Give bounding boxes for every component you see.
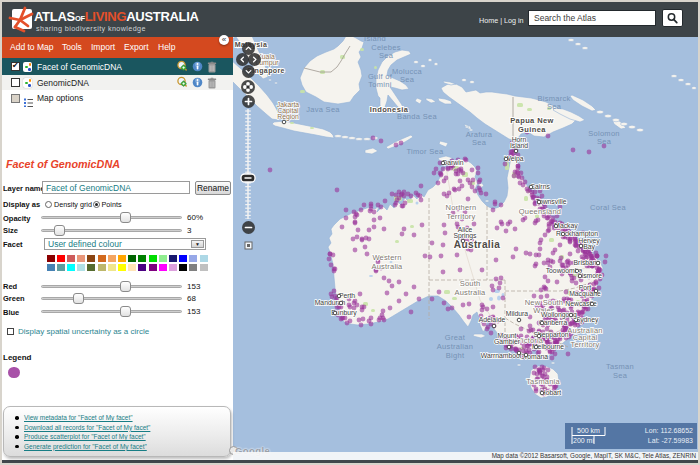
colour-swatch[interactable] [87, 264, 95, 272]
colour-swatch[interactable] [118, 255, 126, 263]
colour-swatch[interactable] [200, 264, 208, 272]
colour-swatch[interactable] [98, 255, 106, 263]
delete-layer-icon[interactable] [207, 77, 217, 89]
map-area[interactable]: IslandCelebesSeaMoluccaSeaGulf ofTominiJ… [233, 37, 698, 460]
rename-button[interactable]: Rename [195, 181, 231, 195]
size-slider-handle[interactable] [54, 225, 65, 236]
colour-swatch[interactable] [98, 264, 106, 272]
display-as-option-label[interactable]: Points [102, 200, 122, 209]
collapse-sidebar-icon[interactable]: « [219, 35, 229, 45]
colour-swatch[interactable] [138, 255, 146, 263]
sea-label: Tomini [368, 80, 392, 89]
colour-swatch[interactable] [47, 255, 55, 263]
menu-item-help[interactable]: Help [158, 37, 175, 58]
overview-toggle-button[interactable] [244, 236, 253, 254]
zoom-to-layer-icon[interactable] [176, 60, 188, 73]
uncertainty-checkbox[interactable] [7, 328, 14, 335]
city-marker [492, 324, 496, 328]
blue-value: 153 [187, 307, 200, 316]
red-slider-track[interactable] [41, 285, 182, 288]
green-slider-handle[interactable] [73, 293, 84, 304]
blue-slider-handle[interactable] [120, 306, 131, 317]
ala-logo[interactable] [12, 9, 32, 29]
display-as-radio-density-grid[interactable] [45, 201, 52, 208]
menu-item-export[interactable]: Export [124, 37, 149, 58]
city-marker [534, 345, 538, 349]
menu-item-add-to-map[interactable]: Add to Map [10, 37, 53, 58]
colour-swatch[interactable] [159, 255, 167, 263]
brand-wordmark[interactable]: ATLASOFLIVINGAUSTRALIA [34, 7, 199, 25]
colour-swatch[interactable] [149, 255, 157, 263]
small-island [485, 200, 489, 202]
sea-label: Java Sea [306, 105, 340, 114]
layer-info-icon[interactable] [192, 77, 203, 88]
layer-label: Map options [37, 93, 83, 103]
layer-name-input[interactable] [42, 181, 190, 194]
colour-swatch[interactable] [200, 255, 208, 263]
blue-slider-track[interactable] [41, 310, 182, 313]
colour-swatch[interactable] [87, 255, 95, 263]
delete-layer-icon[interactable] [207, 61, 217, 73]
city-marker [554, 224, 558, 228]
colour-swatch[interactable] [189, 255, 197, 263]
colour-swatch[interactable] [169, 264, 177, 272]
colour-swatch[interactable] [118, 264, 126, 272]
search-input[interactable] [528, 10, 656, 26]
layer-row-2[interactable]: Map options [2, 90, 233, 106]
park-area [527, 108, 532, 111]
menu-item-import[interactable]: Import [91, 37, 115, 58]
layer-link[interactable]: Produce scatterplot for "Facet of My fac… [24, 433, 146, 440]
map-canvas[interactable]: IslandCelebesSeaMoluccaSeaGulf ofTominiJ… [233, 37, 698, 460]
colour-swatch[interactable] [128, 255, 136, 263]
green-slider-track[interactable] [41, 297, 182, 300]
map-scale-coords-box: 500 km 200 mi Lon: 112.68652 Lat: -27.59… [565, 423, 697, 449]
layer-checkbox[interactable] [11, 62, 20, 71]
colour-swatch[interactable] [128, 264, 136, 272]
colour-swatch[interactable] [47, 264, 55, 272]
colour-swatch[interactable] [179, 255, 187, 263]
colour-swatch[interactable] [67, 264, 75, 272]
colour-swatch[interactable] [159, 264, 167, 272]
colour-swatch[interactable] [149, 264, 157, 272]
nav-home-login[interactable]: Home | Log in [479, 16, 524, 25]
colour-swatch[interactable] [108, 264, 116, 272]
layer-link[interactable]: Generate prediction for "Facet of My fac… [24, 443, 147, 450]
colour-swatch[interactable] [57, 264, 65, 272]
colour-swatch[interactable] [57, 255, 65, 263]
reset-view-button[interactable] [241, 80, 255, 94]
layer-checkbox[interactable] [11, 78, 20, 87]
colour-swatch[interactable] [189, 264, 197, 272]
facet-select[interactable]: User defined colour▼ [44, 238, 206, 250]
zoom-slider[interactable] [240, 109, 256, 223]
display-as-option-label[interactable]: Density grid [54, 200, 92, 209]
opacity-slider-track[interactable] [41, 216, 182, 219]
colour-swatch[interactable] [138, 264, 146, 272]
layer-info-icon[interactable] [192, 61, 203, 72]
menu-item-tools[interactable]: Tools [62, 37, 82, 58]
search-button[interactable] [662, 9, 683, 27]
city-marker [504, 157, 508, 161]
zoom-in-button[interactable] [242, 95, 255, 108]
pan-down-button[interactable] [242, 65, 255, 78]
layer-checkbox[interactable] [11, 94, 20, 103]
red-value: 153 [187, 282, 200, 291]
small-island [637, 128, 644, 132]
layer-link[interactable]: View metadata for "Facet of My facet" [24, 414, 133, 421]
opacity-slider-handle[interactable] [120, 212, 131, 223]
colour-swatch[interactable] [77, 264, 85, 272]
layer-row-0[interactable]: Facet of GenomicDNA [2, 58, 233, 75]
country-label: Papua New [510, 116, 554, 125]
colour-swatch[interactable] [67, 255, 75, 263]
layer-row-1[interactable]: GenomicDNA [2, 75, 233, 90]
red-slider-handle[interactable] [120, 281, 131, 292]
park-area [374, 66, 377, 69]
layer-link[interactable]: Download all records for "Facet of My fa… [24, 424, 150, 431]
colour-swatch[interactable] [179, 264, 187, 272]
colour-swatch[interactable] [108, 255, 116, 263]
city-label: Gambier [494, 338, 521, 345]
colour-swatch[interactable] [77, 255, 85, 263]
zoom-to-layer-icon[interactable] [176, 76, 188, 89]
facet-select-arrow-icon[interactable]: ▼ [191, 240, 204, 248]
display-as-radio-points[interactable] [93, 201, 100, 208]
colour-swatch[interactable] [169, 255, 177, 263]
